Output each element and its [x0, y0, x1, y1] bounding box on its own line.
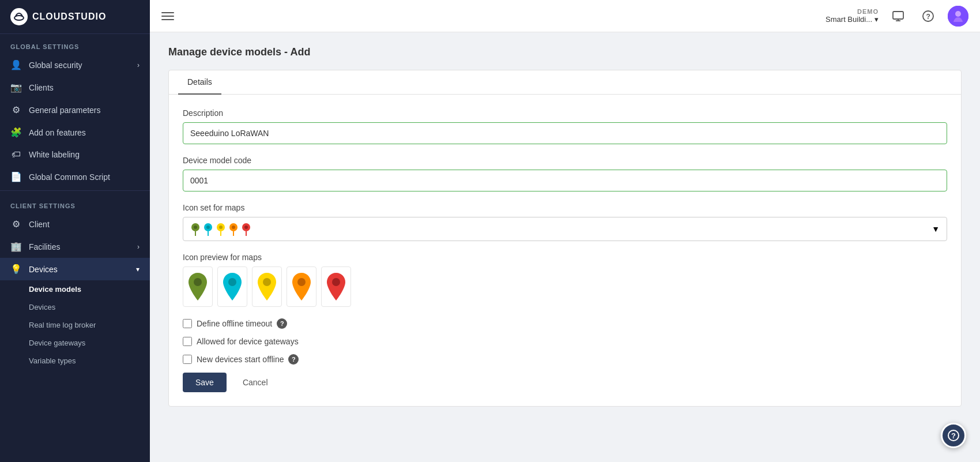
dropdown-arrow-icon: ▼ — [932, 224, 940, 234]
device-model-code-input[interactable] — [183, 170, 947, 191]
sidebar-sub-devices[interactable]: Devices — [0, 298, 150, 316]
sidebar-logo: CLOUDSTUDIO — [0, 0, 150, 34]
allowed-for-device-gateways-checkbox[interactable] — [183, 337, 192, 346]
pin-preview-green — [183, 266, 213, 307]
new-devices-start-offline-row: New devices start offline ? — [183, 354, 947, 365]
help-button[interactable]: ? — [918, 6, 938, 27]
general-parameters-icon: ⚙ — [10, 104, 22, 115]
avatar[interactable] — [948, 6, 968, 27]
demo-selector[interactable]: DEMO Smart Buildi... ▾ — [826, 8, 879, 24]
global-security-icon: 👤 — [10, 59, 22, 70]
demo-chevron-down-icon: ▾ — [875, 15, 879, 24]
sidebar-item-clients[interactable]: 📷 Clients — [0, 76, 150, 99]
icon-set-dropdown[interactable]: ▼ — [183, 217, 947, 241]
sidebar-item-devices[interactable]: 💡 Devices ▾ — [0, 258, 150, 280]
svg-point-9 — [194, 226, 197, 229]
logo-icon — [10, 8, 28, 25]
new-devices-start-offline-checkbox[interactable] — [183, 355, 192, 364]
sidebar-sub-real-time-log-broker[interactable]: Real time log broker — [0, 316, 150, 334]
sidebar-item-global-security[interactable]: 👤 Global security › — [0, 54, 150, 76]
facilities-chevron-right-icon: › — [137, 243, 140, 251]
sidebar-sub-device-gateways[interactable]: Device gateways — [0, 334, 150, 352]
header: DEMO Smart Buildi... ▾ ? — [150, 0, 980, 32]
hamburger-menu[interactable] — [161, 12, 174, 20]
tab-bar: Details — [169, 70, 961, 95]
pin-preview-cyan — [217, 266, 247, 307]
define-offline-timeout-row: Define offline timeout ? — [183, 318, 947, 329]
new-devices-start-offline-label[interactable]: New devices start offline — [197, 355, 284, 364]
sidebar-sub-variable-types[interactable]: Variable types — [0, 352, 150, 370]
sidebar: CLOUDSTUDIO GLOBAL SETTINGS 👤 Global sec… — [0, 0, 150, 462]
clients-icon: 📷 — [10, 82, 22, 93]
page-title: Manage device models - Add — [168, 46, 962, 58]
svg-point-17 — [244, 226, 248, 229]
client-icon: ⚙ — [10, 219, 22, 230]
form-buttons: Save Cancel — [183, 373, 947, 392]
svg-point-13 — [219, 226, 223, 229]
svg-point-21 — [297, 278, 306, 286]
tab-details[interactable]: Details — [178, 70, 221, 95]
sidebar-sub-real-time-log-broker-label: Real time log broker — [29, 321, 96, 329]
define-offline-timeout-help-icon[interactable]: ? — [277, 318, 287, 329]
svg-point-18 — [194, 278, 202, 286]
sidebar-item-clients-label: Clients — [29, 83, 54, 92]
sidebar-item-general-parameters-label: General parameters — [29, 106, 101, 115]
sidebar-item-client-label: Client — [29, 220, 50, 229]
define-offline-timeout-label[interactable]: Define offline timeout — [197, 319, 272, 328]
svg-text:?: ? — [951, 431, 956, 440]
sidebar-item-facilities-label: Facilities — [29, 242, 60, 251]
global-settings-label: GLOBAL SETTINGS — [0, 34, 150, 54]
facilities-icon: 🏢 — [10, 241, 22, 252]
sidebar-item-add-on-features[interactable]: 🧩 Add on features — [0, 121, 150, 144]
description-input[interactable] — [183, 122, 947, 144]
description-group: Description — [183, 108, 947, 144]
pin-preview-orange — [287, 266, 316, 307]
svg-point-11 — [206, 226, 210, 229]
sidebar-item-devices-label: Devices — [29, 265, 58, 274]
sidebar-item-global-security-label: Global security — [29, 61, 82, 70]
sidebar-sub-device-models[interactable]: Device models — [0, 280, 150, 298]
global-common-script-icon: 📄 — [10, 171, 22, 182]
main-area: DEMO Smart Buildi... ▾ ? — [150, 0, 980, 462]
sidebar-item-global-common-script[interactable]: 📄 Global Common Script — [0, 166, 150, 188]
save-button[interactable]: Save — [183, 373, 227, 392]
icon-preview-container — [183, 266, 947, 307]
sidebar-item-general-parameters[interactable]: ⚙ General parameters — [0, 99, 150, 121]
svg-point-20 — [263, 278, 271, 286]
logo-text: CLOUDSTUDIO — [32, 12, 106, 22]
icon-set-label: Icon set for maps — [183, 203, 947, 212]
pin-preview-red — [321, 266, 351, 307]
allowed-for-device-gateways-row: Allowed for device gateways — [183, 337, 947, 346]
sidebar-divider — [0, 190, 150, 191]
define-offline-timeout-checkbox[interactable] — [183, 319, 192, 328]
sidebar-sub-device-models-label: Device models — [29, 285, 81, 294]
device-model-code-group: Device model code — [183, 156, 947, 191]
devices-chevron-down-icon: ▾ — [136, 265, 140, 273]
device-model-code-label: Device model code — [183, 156, 947, 165]
pin-preview-yellow — [252, 266, 282, 307]
sidebar-item-white-labeling[interactable]: 🏷 White labeling — [0, 144, 150, 166]
floating-help-button[interactable]: ? — [941, 423, 966, 448]
allowed-for-device-gateways-label[interactable]: Allowed for device gateways — [197, 337, 299, 346]
sidebar-item-client[interactable]: ⚙ Client — [0, 213, 150, 235]
devices-icon: 💡 — [10, 264, 22, 275]
content-area: Manage device models - Add Details Descr… — [150, 32, 980, 462]
form-body: Description Device model code Icon set f… — [169, 95, 961, 406]
svg-text:?: ? — [926, 13, 930, 21]
sidebar-item-facilities[interactable]: 🏢 Facilities › — [0, 235, 150, 258]
svg-rect-1 — [893, 12, 903, 19]
sidebar-item-add-on-features-label: Add on features — [29, 128, 86, 137]
cancel-button[interactable]: Cancel — [232, 373, 278, 392]
icon-set-pins-preview — [190, 222, 251, 236]
icon-preview-group: Icon preview for maps — [183, 253, 947, 307]
sidebar-item-white-labeling-label: White labeling — [29, 150, 80, 159]
svg-point-15 — [232, 226, 235, 229]
svg-point-22 — [332, 278, 340, 286]
description-label: Description — [183, 108, 947, 118]
client-settings-label: CLIENT SETTINGS — [0, 193, 150, 213]
svg-point-19 — [228, 278, 236, 286]
header-left — [161, 12, 174, 20]
monitor-button[interactable] — [888, 6, 909, 27]
sidebar-sub-devices-label: Devices — [29, 303, 55, 311]
new-devices-start-offline-help-icon[interactable]: ? — [288, 354, 299, 365]
